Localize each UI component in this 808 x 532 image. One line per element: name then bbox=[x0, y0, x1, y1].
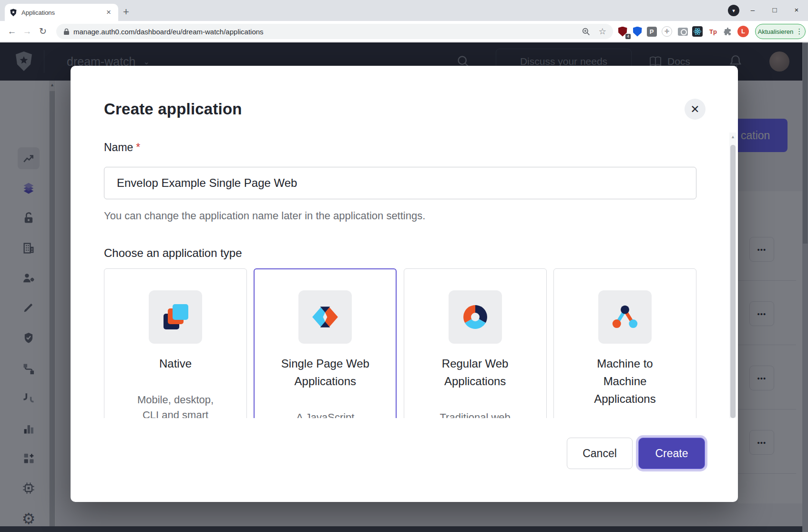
card-single-page-web[interactable]: Single Page Web Applications A JavaScrip… bbox=[254, 268, 397, 418]
tab-close-icon[interactable]: × bbox=[104, 8, 113, 17]
window-close-button[interactable]: × bbox=[788, 3, 805, 17]
modal-scrollbar[interactable]: ▲ bbox=[729, 133, 736, 418]
address-bar[interactable]: manage.auth0.com/dashboard/eu/dream-watc… bbox=[56, 24, 613, 39]
m2m-icon-tile bbox=[598, 290, 652, 344]
crosshair-extension-icon[interactable]: ✛ bbox=[661, 25, 673, 38]
tampermonkey-extension-icon[interactable]: Tp bbox=[707, 25, 719, 38]
new-tab-button[interactable]: + bbox=[123, 6, 129, 18]
cancel-button[interactable]: Cancel bbox=[567, 438, 633, 469]
tab-title: Applications bbox=[21, 9, 104, 16]
native-icon bbox=[160, 302, 191, 332]
regular-web-icon-tile bbox=[449, 290, 502, 344]
browser-toolbar: ← → ↻ manage.auth0.com/dashboard/eu/drea… bbox=[0, 21, 808, 42]
modal-title: Create application bbox=[104, 100, 242, 118]
card-title: Native bbox=[104, 355, 246, 372]
p-extension-icon[interactable]: P bbox=[645, 25, 658, 38]
card-title: Single Page Web Applications bbox=[255, 355, 396, 390]
card-description: Traditional web bbox=[404, 410, 546, 418]
close-icon: ✕ bbox=[690, 103, 699, 116]
update-label: Aktualisieren bbox=[758, 28, 793, 35]
create-application-modal: Create application ✕ Name* You can chang… bbox=[71, 66, 738, 502]
browser-menu-icon[interactable]: ⋮ bbox=[796, 27, 803, 36]
regular-web-icon bbox=[460, 302, 491, 332]
card-title: Regular Web Applications bbox=[404, 355, 546, 390]
spa-icon-tile bbox=[298, 290, 352, 344]
browser-profile-avatar[interactable]: L bbox=[737, 25, 749, 38]
spa-icon bbox=[310, 302, 340, 332]
back-button[interactable]: ← bbox=[5, 24, 19, 39]
ublock-badge: 4 bbox=[625, 34, 631, 39]
chrome-update-button[interactable]: Aktualisieren ⋮ bbox=[755, 24, 806, 39]
window-minimize-button[interactable]: – bbox=[745, 3, 761, 17]
modal-scroll-body: Native Mobile, desktop, CLI and smart Si… bbox=[71, 129, 723, 418]
react-devtools-extension-icon[interactable] bbox=[691, 25, 704, 38]
browser-tab-applications[interactable]: Applications × bbox=[5, 4, 118, 21]
modal-close-button[interactable]: ✕ bbox=[685, 99, 706, 120]
reload-button[interactable]: ↻ bbox=[36, 24, 50, 39]
modal-scrollbar-thumb[interactable] bbox=[730, 145, 736, 418]
card-description: A JavaScript bbox=[255, 410, 396, 418]
screen: Applications × + ▾ – □ × ← → ↻ manage.au… bbox=[0, 0, 808, 532]
chrome-profile-chevron-icon[interactable]: ▾ bbox=[728, 5, 739, 16]
m2m-icon bbox=[610, 302, 640, 332]
card-description: Mobile, desktop, CLI and smart bbox=[104, 392, 246, 418]
create-button[interactable]: Create bbox=[638, 438, 705, 469]
forward-button[interactable]: → bbox=[20, 24, 34, 39]
window-maximize-button[interactable]: □ bbox=[767, 3, 783, 17]
ublock-extension-icon[interactable]: 4 bbox=[616, 25, 629, 38]
card-machine-to-machine[interactable]: Machine to Machine Applications bbox=[553, 268, 696, 418]
card-regular-web[interactable]: Regular Web Applications Traditional web bbox=[404, 268, 547, 418]
scroll-up-icon[interactable]: ▲ bbox=[729, 134, 736, 139]
native-icon-tile bbox=[149, 290, 202, 344]
url-text: manage.auth0.com/dashboard/eu/dream-watc… bbox=[73, 28, 264, 36]
card-title: Machine to Machine Applications bbox=[554, 355, 696, 408]
https-lock-icon bbox=[63, 28, 70, 35]
browser-tabstrip: Applications × + ▾ – □ × bbox=[0, 0, 808, 21]
bookmark-star-icon[interactable]: ☆ bbox=[599, 26, 606, 37]
auth0-favicon-icon bbox=[10, 9, 17, 17]
zoom-icon[interactable] bbox=[582, 28, 590, 36]
camera-extension-icon[interactable] bbox=[676, 25, 689, 38]
card-native[interactable]: Native Mobile, desktop, CLI and smart bbox=[104, 268, 247, 418]
extensions-puzzle-icon[interactable] bbox=[721, 25, 734, 38]
application-type-cards: Native Mobile, desktop, CLI and smart Si… bbox=[104, 268, 696, 418]
bitwarden-extension-icon[interactable] bbox=[631, 25, 644, 38]
